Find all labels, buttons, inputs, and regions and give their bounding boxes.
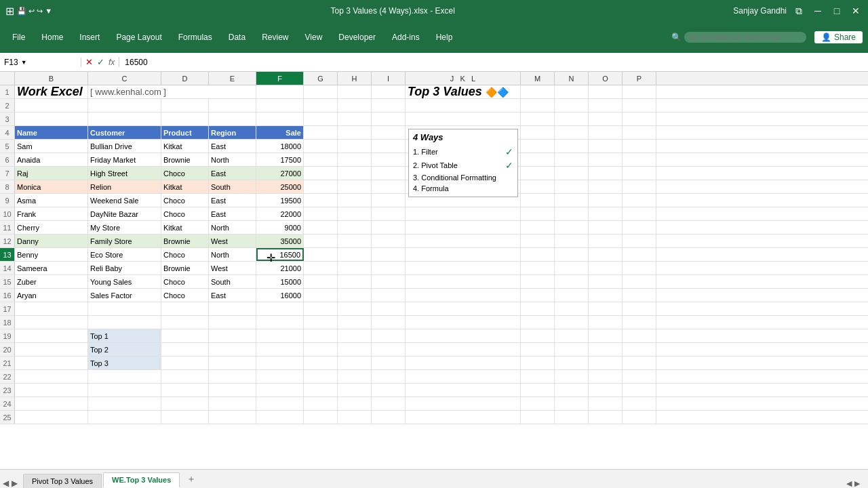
cell-12-P[interactable]: [623, 235, 656, 247]
cell-21-I[interactable]: [372, 357, 406, 369]
cell-25-O[interactable]: [589, 411, 623, 424]
cellname-dropdown-icon[interactable]: ▼: [21, 59, 27, 66]
cell-25-G[interactable]: [304, 411, 338, 424]
cell-22-E[interactable]: [209, 370, 256, 383]
cell-4-N[interactable]: [555, 126, 589, 139]
cell-15-I[interactable]: [372, 275, 406, 288]
add-sheet-button[interactable]: ＋: [181, 470, 201, 488]
row-header-14[interactable]: 14: [0, 262, 15, 274]
cell-17-B[interactable]: [15, 302, 88, 315]
cell-16-P[interactable]: [623, 289, 656, 302]
cell-6-G[interactable]: [304, 153, 338, 166]
cell-8-M[interactable]: [521, 180, 555, 193]
cell-14-I[interactable]: [372, 262, 406, 274]
cell-11-N[interactable]: [555, 221, 589, 234]
tab-formulas[interactable]: Formulas: [172, 30, 219, 45]
cell-8-customer[interactable]: Relion: [88, 180, 161, 193]
row-header-15[interactable]: 15: [0, 275, 15, 288]
row-header-18[interactable]: 18: [0, 316, 15, 329]
cell-9-I[interactable]: [372, 194, 406, 207]
nav-right-icon[interactable]: ▶: [12, 479, 18, 488]
cell-25-JKL[interactable]: [406, 411, 521, 424]
cell-2-G[interactable]: [304, 99, 338, 112]
cell-10-JKL[interactable]: [406, 207, 521, 220]
cell-9-P[interactable]: [623, 194, 656, 207]
cell-3-O[interactable]: [589, 113, 623, 125]
cell-2-C[interactable]: [88, 99, 161, 112]
cell-19-I[interactable]: [372, 329, 406, 342]
cell-10-P[interactable]: [623, 207, 656, 220]
tab-view[interactable]: View: [298, 30, 330, 45]
cell-12-N[interactable]: [555, 235, 589, 247]
cell-25-I[interactable]: [372, 411, 406, 424]
cell-11-M[interactable]: [521, 221, 555, 234]
cell-12-sale[interactable]: 35000: [256, 235, 304, 247]
cell-15-sale[interactable]: 15000: [256, 275, 304, 288]
cell-2-JKL[interactable]: [406, 99, 521, 112]
cell-14-JKL[interactable]: [406, 262, 521, 274]
cell-10-O[interactable]: [589, 207, 623, 220]
cell-8-P[interactable]: [623, 180, 656, 193]
cell-6-name[interactable]: Anaida: [15, 153, 88, 166]
row-header-13[interactable]: 13: [0, 248, 15, 261]
cell-22-G[interactable]: [304, 370, 338, 383]
cell-5-M[interactable]: [521, 140, 555, 152]
cell-16-region[interactable]: East: [209, 289, 256, 302]
cell-6-N[interactable]: [555, 153, 589, 166]
cell-20-G[interactable]: [304, 343, 338, 356]
cell-13-region[interactable]: North: [209, 248, 256, 261]
insert-function-icon[interactable]: fx: [108, 58, 115, 67]
cell-11-sale[interactable]: 9000: [256, 221, 304, 234]
cell-13-name[interactable]: Benny: [15, 248, 88, 261]
cell-11-I[interactable]: [372, 221, 406, 234]
cell-13-H[interactable]: [338, 248, 372, 261]
cell-19-b[interactable]: [15, 329, 88, 342]
cell-22-I[interactable]: [372, 370, 406, 383]
cell-12-product[interactable]: Brownie: [161, 235, 209, 247]
cell-5-O[interactable]: [589, 140, 623, 152]
search-input[interactable]: [684, 32, 806, 43]
cell-4-H[interactable]: [338, 126, 372, 139]
cell-7-sale[interactable]: 27000: [256, 167, 304, 180]
cell-18-D[interactable]: [161, 316, 209, 329]
cell-7-H[interactable]: [338, 167, 372, 180]
cell-23-O[interactable]: [589, 384, 623, 396]
cell-12-G[interactable]: [304, 235, 338, 247]
sheet-tab-we[interactable]: WE.Top 3 Values: [103, 472, 180, 488]
row-header-24[interactable]: 24: [0, 397, 15, 410]
cell-20-P[interactable]: [623, 343, 656, 356]
cell-20-d[interactable]: [161, 343, 209, 356]
cell-10-region[interactable]: East: [209, 207, 256, 220]
cell-11-product[interactable]: Kitkat: [161, 221, 209, 234]
cell-13-N[interactable]: [555, 248, 589, 261]
cell-14-sale[interactable]: 21000: [256, 262, 304, 274]
col-header-m[interactable]: M: [521, 72, 555, 85]
cell-3-D[interactable]: [161, 113, 209, 125]
cell-23-D[interactable]: [161, 384, 209, 396]
scroll-left-icon[interactable]: ◀: [846, 479, 852, 488]
cell-16-M[interactable]: [521, 289, 555, 302]
col-header-f[interactable]: F: [256, 72, 304, 85]
cell-10-G[interactable]: [304, 207, 338, 220]
cell-2-N[interactable]: [555, 99, 589, 112]
cell-9-M[interactable]: [521, 194, 555, 207]
cell-13-JKL[interactable]: [406, 248, 521, 261]
cell-5-H[interactable]: [338, 140, 372, 152]
cell-22-P[interactable]: [623, 370, 656, 383]
cell-20-b[interactable]: [15, 343, 88, 356]
cell-7-region[interactable]: East: [209, 167, 256, 180]
cell-21-M[interactable]: [521, 357, 555, 369]
cell-10-I[interactable]: [372, 207, 406, 220]
cell-14-P[interactable]: [623, 262, 656, 274]
cell-8-region[interactable]: South: [209, 180, 256, 193]
cell-7-G[interactable]: [304, 167, 338, 180]
cell-18-G[interactable]: [304, 316, 338, 329]
col-header-g[interactable]: G: [304, 72, 338, 85]
cell-1-M[interactable]: [521, 85, 555, 98]
sheet-tab-pivot[interactable]: Pivot Top 3 Values: [23, 474, 102, 488]
cell-13-customer[interactable]: Eco Store: [88, 248, 161, 261]
cell-14-H[interactable]: [338, 262, 372, 274]
row-header-16[interactable]: 16: [0, 289, 15, 302]
cell-10-product[interactable]: Choco: [161, 207, 209, 220]
cell-18-C[interactable]: [88, 316, 161, 329]
